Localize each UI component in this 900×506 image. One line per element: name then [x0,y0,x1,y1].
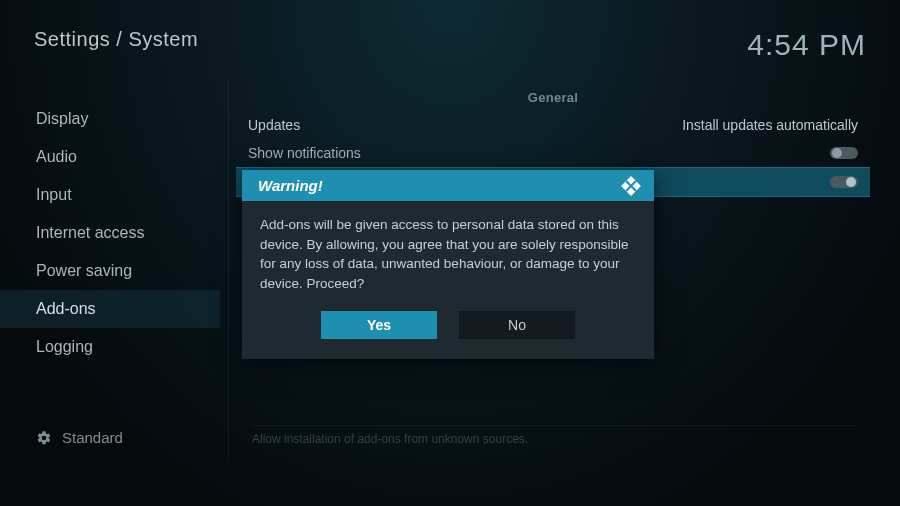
row-updates-value: Install updates automatically [682,117,858,133]
divider [228,78,229,458]
clock: 4:54 PM [747,28,866,62]
warning-dialog-body: Add-ons will be given access to personal… [242,201,654,303]
settings-level-selector[interactable]: Standard [36,429,123,446]
toggle-unknown-sources[interactable] [830,176,858,188]
breadcrumb: Settings / System [34,28,198,51]
sidebar-item-input[interactable]: Input [0,176,220,214]
setting-description: Allow installation of add-ons from unkno… [252,425,860,446]
row-show-notifications[interactable]: Show notifications [236,139,870,167]
sidebar-item-logging[interactable]: Logging [0,328,220,366]
gear-icon [36,430,52,446]
row-show-notifications-label: Show notifications [248,145,361,161]
warning-dialog-title: Warning! [258,177,323,194]
kodi-icon [621,176,641,196]
sidebar-item-power-saving[interactable]: Power saving [0,252,220,290]
row-updates-label: Updates [248,117,300,133]
warning-dialog-titlebar: Warning! [242,170,654,201]
section-header-general: General [236,80,870,111]
yes-button[interactable]: Yes [321,311,437,339]
settings-level-label: Standard [62,429,123,446]
row-updates[interactable]: Updates Install updates automatically [236,111,870,139]
toggle-show-notifications[interactable] [830,147,858,159]
sidebar-item-display[interactable]: Display [0,100,220,138]
warning-dialog-actions: Yes No [242,303,654,359]
sidebar: Display Audio Input Internet access Powe… [0,100,220,366]
sidebar-item-audio[interactable]: Audio [0,138,220,176]
sidebar-item-add-ons[interactable]: Add-ons [0,290,220,328]
sidebar-item-internet-access[interactable]: Internet access [0,214,220,252]
no-button[interactable]: No [459,311,575,339]
warning-dialog: Warning! Add-ons will be given access to… [242,170,654,359]
